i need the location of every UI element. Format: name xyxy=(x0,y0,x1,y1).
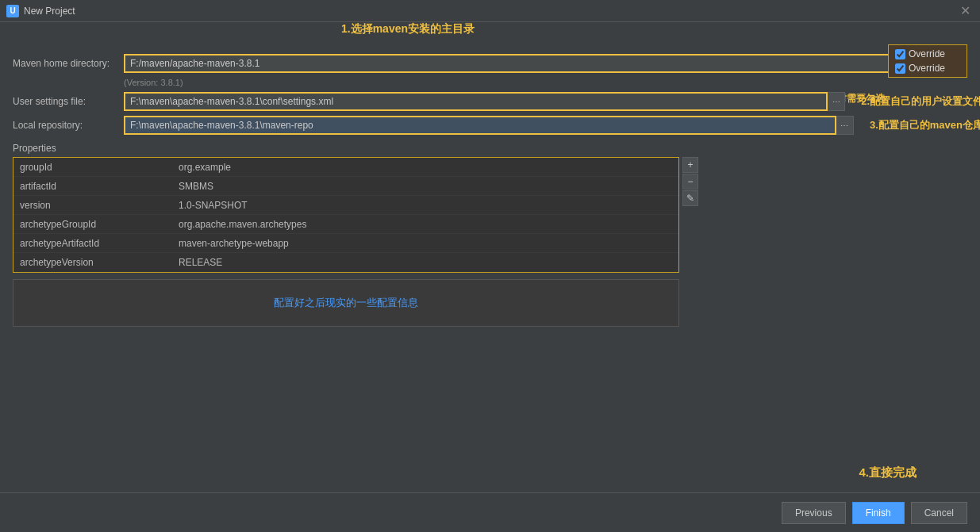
override-label-2: Override xyxy=(909,63,945,74)
main-content: 1.选择maven安装的主目录 Maven home directory: ▼ … xyxy=(0,22,980,532)
value-archetypeGroupId: org.apache.maven.archetypes xyxy=(172,219,678,230)
edit-property-button[interactable]: ✎ xyxy=(682,190,698,206)
properties-table: groupId org.example artifactId SMBMS ver… xyxy=(13,157,679,273)
maven-home-row: Maven home directory: ▼ … xyxy=(13,54,967,73)
user-settings-row: User settings file: ⋯ 2.配置自己的用户设置文件 xyxy=(13,92,967,111)
close-button[interactable]: ✕ xyxy=(957,3,974,18)
version-hint: (Version: 3.8.1) xyxy=(124,78,967,87)
maven-home-input[interactable] xyxy=(124,54,932,73)
window-title: New Project xyxy=(24,6,75,17)
table-row: artifactId SMBMS xyxy=(13,177,678,196)
override-row-2: Override xyxy=(895,63,960,74)
local-repo-row: Local repository: ⋯ 3.配置自己的maven仓库 xyxy=(13,116,967,135)
user-settings-browse[interactable]: ⋯ xyxy=(828,92,845,111)
value-version: 1.0-SNAPSHOT xyxy=(172,200,678,211)
key-version: version xyxy=(13,200,172,211)
user-settings-label: User settings file: xyxy=(13,96,124,107)
value-archetypeVersion: RELEASE xyxy=(172,257,678,268)
override-section: Override Override xyxy=(888,44,967,78)
cancel-button[interactable]: Cancel xyxy=(911,502,967,524)
key-archetypeVersion: archetypeVersion xyxy=(13,257,172,268)
properties-section: Properties groupId org.example artifactI… xyxy=(13,143,967,273)
annotation-user-settings: 2.配置自己的用户设置文件 xyxy=(861,94,980,109)
table-row: groupId org.example xyxy=(13,158,678,177)
annotation-maven-dir: 1.选择maven安装的主目录 xyxy=(341,22,475,36)
override-checkbox-1[interactable] xyxy=(895,49,905,59)
override-label-1: Override xyxy=(909,48,945,59)
key-archetypeArtifactId: archetypeArtifactId xyxy=(13,238,172,249)
key-artifactId: artifactId xyxy=(13,181,172,192)
app-icon: U xyxy=(6,5,19,17)
local-repo-input[interactable] xyxy=(124,116,836,135)
table-row: archetypeVersion RELEASE xyxy=(13,253,678,272)
override-row-1: Override xyxy=(895,48,960,59)
properties-toolbar: + − ✎ xyxy=(682,157,698,206)
value-artifactId: SMBMS xyxy=(172,181,678,192)
local-repo-label: Local repository: xyxy=(13,120,124,131)
key-archetypeGroupId: archetypeGroupId xyxy=(13,219,172,230)
previous-button[interactable]: Previous xyxy=(782,502,846,524)
table-row: archetypeArtifactId maven-archetype-weba… xyxy=(13,234,678,253)
config-info-text: 配置好之后现实的一些配置信息 xyxy=(274,296,418,310)
local-repo-field-wrap: ⋯ xyxy=(124,116,854,135)
finish-button[interactable]: Finish xyxy=(852,502,905,524)
bottom-bar: Previous Finish Cancel xyxy=(0,492,980,532)
user-settings-field-wrap: ⋯ xyxy=(124,92,845,111)
maven-home-field-wrap: ▼ … xyxy=(124,54,967,73)
annotation-local-repo: 3.配置自己的maven仓库 xyxy=(870,118,980,132)
properties-label: Properties xyxy=(13,143,967,154)
config-info-area: 配置好之后现实的一些配置信息 xyxy=(13,279,679,327)
override-checkbox-2[interactable] xyxy=(895,63,905,74)
remove-property-button[interactable]: − xyxy=(682,174,698,189)
maven-home-label: Maven home directory: xyxy=(13,58,124,69)
properties-table-container: groupId org.example artifactId SMBMS ver… xyxy=(13,157,679,273)
value-groupId: org.example xyxy=(172,162,678,173)
user-settings-input[interactable] xyxy=(124,92,828,111)
title-bar: U New Project ✕ xyxy=(0,0,980,22)
annotation-finish: 4.直接完成 xyxy=(859,465,917,480)
key-groupId: groupId xyxy=(13,162,172,173)
local-repo-browse[interactable]: ⋯ xyxy=(836,116,854,135)
value-archetypeArtifactId: maven-archetype-webapp xyxy=(172,238,678,249)
table-row: version 1.0-SNAPSHOT xyxy=(13,196,678,215)
main-window: U New Project ✕ 1.选择maven安装的主目录 Maven ho… xyxy=(0,0,980,532)
table-row: archetypeGroupId org.apache.maven.archet… xyxy=(13,215,678,234)
add-property-button[interactable]: + xyxy=(682,157,698,173)
